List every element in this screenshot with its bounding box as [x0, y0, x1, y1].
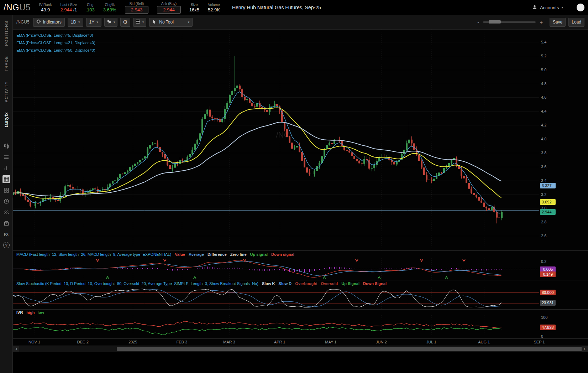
ivr-canvas[interactable] — [13, 315, 539, 338]
legend-item: Value — [175, 252, 185, 257]
sidebar-tab-tastyfx[interactable]: tastyfx — [4, 112, 9, 127]
toolbar-symbol: /NGU5 — [16, 20, 30, 25]
candlestick-type-icon — [107, 19, 111, 25]
value-label-box: 3.092 — [540, 199, 556, 205]
zoom-out-button[interactable]: - — [476, 19, 480, 25]
iv-rank-field: IV Rank 43.9 — [39, 3, 52, 12]
sidebar-tab-positions[interactable]: POSITIONS — [4, 21, 9, 46]
stochastic-title: Slow Stochastic (K Period=10, D Period=1… — [16, 281, 258, 286]
ivr-axis: 100047.828 — [539, 315, 588, 338]
tiles-icon[interactable] — [2, 186, 10, 194]
save-button[interactable]: Save — [550, 18, 566, 27]
axis-tick: 5.2 — [541, 53, 546, 58]
x-axis-label: FEB 3 — [176, 340, 187, 344]
range-select[interactable]: 1Y▾ — [86, 18, 101, 27]
macd-canvas[interactable] — [13, 258, 539, 280]
axis-tick: 3.6 — [541, 164, 546, 169]
ask-button[interactable]: 2.944 — [157, 6, 181, 14]
value-label-box: -0.149 — [540, 271, 556, 277]
chevron-down-icon: ▾ — [561, 6, 563, 9]
zoom-slider-thumb[interactable] — [489, 20, 501, 24]
bars-icon[interactable] — [2, 164, 10, 172]
size-qty-value: 1 — [74, 7, 77, 12]
symbol-root: /NG — [4, 2, 19, 12]
zoom-in-button[interactable]: + — [539, 19, 544, 25]
indicators-label: Indicators — [43, 20, 62, 25]
x-axis-label: MAY 1 — [325, 340, 336, 344]
legend-item: Oversold — [321, 281, 338, 286]
range-value: 1Y — [89, 20, 95, 25]
scroll-left-button[interactable]: ◄ — [13, 346, 19, 352]
legend-item: Slow D — [279, 281, 292, 286]
stochastic-legend: Slow Stochastic (K Period=10, D Period=1… — [16, 281, 387, 286]
person-icon — [532, 4, 537, 11]
fx-icon[interactable]: FX — [2, 230, 10, 238]
chart-toolbar: /NGU5 Indicators 1D▾ 1Y▾ ▾ ⚙ ▾ No Tool ▾… — [13, 15, 588, 30]
avatar[interactable] — [577, 4, 584, 11]
axis-tick: 4.2 — [541, 123, 546, 128]
axis-tick: 4.4 — [541, 109, 546, 114]
box-icon[interactable] — [2, 219, 10, 227]
horizontal-scrollbar[interactable]: ◄ ► — [13, 346, 588, 352]
stochastic-panel: Slow Stochastic (K Period=10, D Period=1… — [13, 280, 588, 309]
stochastic-canvas[interactable] — [13, 287, 539, 309]
scroll-right-button[interactable]: ► — [582, 346, 588, 352]
value-label-box: 47.828 — [540, 325, 556, 330]
bid-field: Bid (Sell) 2.943 — [125, 2, 149, 14]
scroll-thumb[interactable] — [117, 347, 582, 351]
value-label-box: 80.000 — [540, 290, 556, 295]
last-value: 2.944 — [60, 7, 72, 12]
x-axis-label: 2025 — [128, 340, 137, 344]
axis-tick: 0.2 — [541, 259, 546, 264]
accounts-label: Accounts — [540, 5, 559, 10]
iv-rank-label: IV Rank — [39, 3, 52, 7]
chart-settings-button[interactable]: ⚙ — [120, 18, 130, 27]
chg-label: Chg — [85, 3, 94, 7]
x-axis-label: APR 1 — [274, 340, 285, 344]
symbol-title: /NGU5 — [4, 2, 31, 12]
timeframe-value: 1D — [71, 20, 76, 25]
candles-icon[interactable] — [2, 142, 10, 150]
price-axis: 5.45.25.04.84.64.44.24.03.83.63.43.23.02… — [539, 30, 588, 250]
contract-description: Henry Hub Natural Gas Futures, Sep-25 — [232, 5, 321, 10]
x-axis-label: NOV 1 — [28, 340, 40, 344]
axis-tick: 4.8 — [541, 81, 546, 86]
macd-panel: MACD (Fast length=12, Slow length=26, MA… — [13, 250, 588, 280]
bid-button[interactable]: 2.943 — [125, 6, 149, 14]
axis-tick: 3.4 — [541, 178, 546, 183]
legend-item: Difference — [208, 252, 227, 257]
cursor-icon — [152, 20, 157, 25]
people-icon[interactable] — [2, 208, 10, 216]
layout-select[interactable]: ▾ — [133, 18, 147, 27]
accounts-menu[interactable]: Accounts ▾ — [532, 4, 563, 11]
tool-value: No Tool — [159, 20, 173, 25]
price-chart-canvas[interactable] — [13, 30, 539, 250]
zoom-slider[interactable] — [483, 21, 536, 23]
ask-label: Ask (Buy) — [157, 2, 181, 6]
value-label-box: -0.005 — [540, 266, 556, 272]
list-icon[interactable] — [2, 153, 10, 161]
chart-type-select[interactable]: ▾ — [104, 18, 118, 27]
timeframe-select[interactable]: 1D▾ — [68, 18, 83, 27]
help-icon[interactable]: ? — [3, 242, 10, 248]
load-button[interactable]: Load — [568, 18, 584, 27]
clock-icon[interactable] — [2, 197, 10, 205]
ivr-panel: IVR highlow 100047.828 — [13, 309, 588, 338]
indicators-button[interactable]: Indicators — [33, 18, 65, 27]
legend-item: Down Signal — [363, 281, 387, 286]
legend-item: Up Signal — [341, 281, 359, 286]
chg-field: Chg .103 — [85, 3, 94, 12]
time-axis: NOV 1DEC 22025FEB 3MAR 3APR 1MAY 1JUN 2J… — [13, 338, 588, 346]
drawing-tool-select[interactable]: No Tool ▾ — [149, 18, 193, 27]
price-chart-panel: EMA (Price=CLOSE, Length=5, Displace=0) … — [13, 30, 588, 250]
axis-tick: 3.2 — [541, 192, 546, 197]
stochastic-axis: 80.00023.931 — [539, 287, 588, 309]
sidebar-tab-activity[interactable]: ACTIVITY — [4, 81, 9, 102]
x-axis-label: AUG 1 — [478, 340, 490, 344]
sidebar-tab-trade[interactable]: TRADE — [4, 56, 9, 71]
macd-axis: 0.2-0.005-0.149 — [539, 258, 588, 280]
layout-grid-icon — [136, 19, 140, 25]
sheet-icon[interactable] — [2, 175, 10, 183]
legend-item: low — [38, 310, 44, 315]
axis-tick: 4.6 — [541, 95, 546, 100]
